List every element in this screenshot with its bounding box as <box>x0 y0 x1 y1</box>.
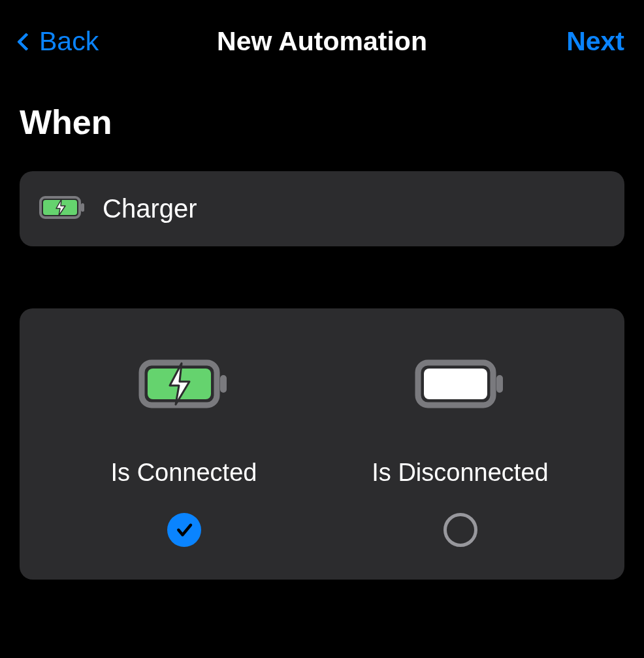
radio-selected-icon <box>167 513 201 547</box>
option-connected-label: Is Connected <box>111 459 257 487</box>
options-container: Is Connected Is Disconnected <box>20 308 624 580</box>
radio-unselected-icon <box>443 513 477 547</box>
battery-charging-icon <box>138 348 230 419</box>
option-is-connected[interactable]: Is Connected <box>46 348 322 547</box>
trigger-label: Charger <box>103 194 197 223</box>
next-button[interactable]: Next <box>566 26 624 57</box>
svg-rect-5 <box>220 375 227 393</box>
battery-full-icon <box>415 348 506 419</box>
charger-icon <box>39 196 86 222</box>
svg-rect-7 <box>424 369 487 399</box>
svg-rect-8 <box>496 375 503 393</box>
navigation-bar: Back New Automation Next <box>0 0 644 70</box>
chevron-left-icon <box>17 32 35 50</box>
content-area: When Charger Is Connected <box>0 70 644 580</box>
svg-rect-2 <box>81 203 84 212</box>
back-button[interactable]: Back <box>13 26 99 57</box>
page-title: New Automation <box>217 26 427 57</box>
trigger-row[interactable]: Charger <box>20 171 624 246</box>
option-is-disconnected[interactable]: Is Disconnected <box>322 348 598 547</box>
option-disconnected-label: Is Disconnected <box>372 459 548 487</box>
section-title: When <box>20 103 624 142</box>
back-label: Back <box>39 26 99 57</box>
